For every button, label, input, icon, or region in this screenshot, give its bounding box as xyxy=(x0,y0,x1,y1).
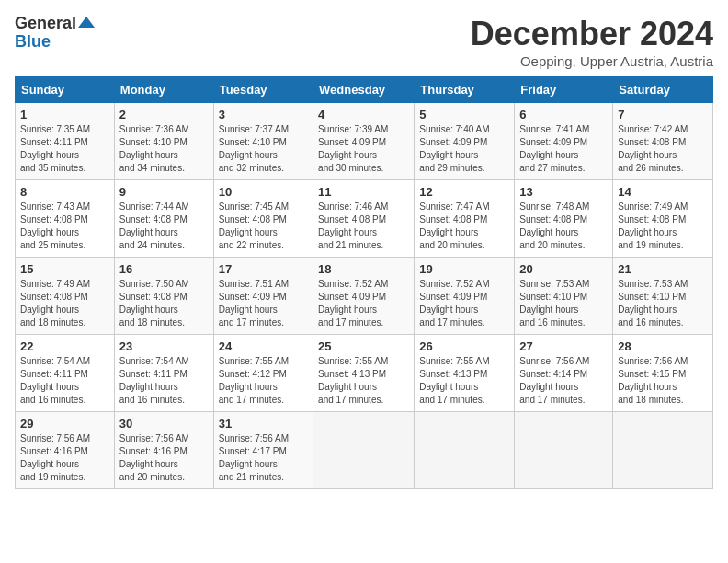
calendar-cell: 7Sunrise: 7:42 AMSunset: 4:08 PMDaylight… xyxy=(613,103,713,180)
day-info: Sunrise: 7:56 AMSunset: 4:14 PMDaylight … xyxy=(519,355,608,407)
weekday-header-wednesday: Wednesday xyxy=(313,77,415,103)
calendar-cell: 5Sunrise: 7:40 AMSunset: 4:09 PMDaylight… xyxy=(415,103,515,180)
day-number: 31 xyxy=(219,417,308,431)
calendar-cell: 28Sunrise: 7:56 AMSunset: 4:15 PMDayligh… xyxy=(613,335,713,412)
day-number: 16 xyxy=(119,262,209,276)
calendar-cell: 16Sunrise: 7:50 AMSunset: 4:08 PMDayligh… xyxy=(114,258,213,335)
day-number: 27 xyxy=(519,339,608,353)
calendar-cell: 18Sunrise: 7:52 AMSunset: 4:09 PMDayligh… xyxy=(313,258,415,335)
calendar-cell xyxy=(515,412,613,489)
day-info: Sunrise: 7:55 AMSunset: 4:13 PMDaylight … xyxy=(318,355,409,407)
day-info: Sunrise: 7:48 AMSunset: 4:08 PMDaylight … xyxy=(519,201,608,252)
svg-marker-0 xyxy=(78,17,95,28)
calendar-cell: 31Sunrise: 7:56 AMSunset: 4:17 PMDayligh… xyxy=(213,412,313,489)
day-info: Sunrise: 7:47 AMSunset: 4:08 PMDaylight … xyxy=(419,201,509,252)
calendar-table: SundayMondayTuesdayWednesdayThursdayFrid… xyxy=(15,76,713,489)
day-number: 12 xyxy=(419,185,509,199)
day-info: Sunrise: 7:55 AMSunset: 4:12 PMDaylight … xyxy=(219,355,308,407)
calendar-cell: 14Sunrise: 7:49 AMSunset: 4:08 PMDayligh… xyxy=(613,180,713,258)
day-info: Sunrise: 7:56 AMSunset: 4:15 PMDaylight … xyxy=(618,355,708,407)
day-number: 2 xyxy=(119,108,209,121)
calendar-cell: 22Sunrise: 7:54 AMSunset: 4:11 PMDayligh… xyxy=(16,335,115,412)
day-info: Sunrise: 7:49 AMSunset: 4:08 PMDaylight … xyxy=(20,278,109,329)
weekday-header-saturday: Saturday xyxy=(613,77,713,103)
calendar-cell: 19Sunrise: 7:52 AMSunset: 4:09 PMDayligh… xyxy=(415,258,515,335)
day-number: 25 xyxy=(318,339,409,353)
day-number: 14 xyxy=(618,185,708,199)
calendar-cell: 23Sunrise: 7:54 AMSunset: 4:11 PMDayligh… xyxy=(114,335,213,412)
calendar-cell: 9Sunrise: 7:44 AMSunset: 4:08 PMDaylight… xyxy=(114,180,213,258)
day-number: 4 xyxy=(318,108,409,121)
month-title: December 2024 xyxy=(471,15,713,53)
day-number: 17 xyxy=(219,262,308,276)
calendar-cell: 3Sunrise: 7:37 AMSunset: 4:10 PMDaylight… xyxy=(213,103,313,180)
calendar-cell: 26Sunrise: 7:55 AMSunset: 4:13 PMDayligh… xyxy=(415,335,515,412)
calendar-cell: 27Sunrise: 7:56 AMSunset: 4:14 PMDayligh… xyxy=(515,335,613,412)
day-info: Sunrise: 7:56 AMSunset: 4:17 PMDaylight … xyxy=(219,432,308,484)
day-info: Sunrise: 7:39 AMSunset: 4:09 PMDaylight … xyxy=(318,123,409,175)
day-number: 9 xyxy=(119,185,209,199)
calendar-cell xyxy=(313,412,415,489)
day-number: 11 xyxy=(318,185,409,199)
day-info: Sunrise: 7:49 AMSunset: 4:08 PMDaylight … xyxy=(618,201,708,252)
day-info: Sunrise: 7:50 AMSunset: 4:08 PMDaylight … xyxy=(119,278,209,329)
day-info: Sunrise: 7:52 AMSunset: 4:09 PMDaylight … xyxy=(318,278,409,329)
calendar-cell: 29Sunrise: 7:56 AMSunset: 4:16 PMDayligh… xyxy=(16,412,115,489)
day-number: 24 xyxy=(219,339,308,353)
day-info: Sunrise: 7:51 AMSunset: 4:09 PMDaylight … xyxy=(219,278,308,329)
calendar-cell: 6Sunrise: 7:41 AMSunset: 4:09 PMDaylight… xyxy=(515,103,613,180)
day-info: Sunrise: 7:45 AMSunset: 4:08 PMDaylight … xyxy=(219,201,308,252)
day-number: 8 xyxy=(20,185,109,199)
day-number: 29 xyxy=(20,417,109,431)
calendar-cell: 8Sunrise: 7:43 AMSunset: 4:08 PMDaylight… xyxy=(16,180,115,258)
calendar-cell: 12Sunrise: 7:47 AMSunset: 4:08 PMDayligh… xyxy=(415,180,515,258)
day-info: Sunrise: 7:46 AMSunset: 4:08 PMDaylight … xyxy=(318,201,409,252)
title-area: December 2024 Oepping, Upper Austria, Au… xyxy=(471,15,713,69)
day-number: 7 xyxy=(618,108,708,121)
day-number: 18 xyxy=(318,262,409,276)
day-info: Sunrise: 7:52 AMSunset: 4:09 PMDaylight … xyxy=(419,278,509,329)
weekday-header-thursday: Thursday xyxy=(415,77,515,103)
calendar-cell: 20Sunrise: 7:53 AMSunset: 4:10 PMDayligh… xyxy=(515,258,613,335)
day-info: Sunrise: 7:44 AMSunset: 4:08 PMDaylight … xyxy=(119,201,209,252)
logo-text: General xyxy=(15,15,76,33)
calendar-cell: 21Sunrise: 7:53 AMSunset: 4:10 PMDayligh… xyxy=(613,258,713,335)
logo-blue: Blue xyxy=(15,33,51,52)
day-info: Sunrise: 7:56 AMSunset: 4:16 PMDaylight … xyxy=(119,432,209,484)
day-number: 6 xyxy=(519,108,608,121)
day-number: 20 xyxy=(519,262,608,276)
calendar-cell: 10Sunrise: 7:45 AMSunset: 4:08 PMDayligh… xyxy=(213,180,313,258)
day-info: Sunrise: 7:54 AMSunset: 4:11 PMDaylight … xyxy=(119,355,209,407)
calendar-cell: 11Sunrise: 7:46 AMSunset: 4:08 PMDayligh… xyxy=(313,180,415,258)
calendar-cell: 13Sunrise: 7:48 AMSunset: 4:08 PMDayligh… xyxy=(515,180,613,258)
day-number: 13 xyxy=(519,185,608,199)
day-info: Sunrise: 7:53 AMSunset: 4:10 PMDaylight … xyxy=(519,278,608,329)
calendar-cell xyxy=(613,412,713,489)
day-number: 23 xyxy=(119,339,209,353)
day-info: Sunrise: 7:36 AMSunset: 4:10 PMDaylight … xyxy=(119,123,209,175)
day-info: Sunrise: 7:37 AMSunset: 4:10 PMDaylight … xyxy=(219,123,308,175)
day-number: 26 xyxy=(419,339,509,353)
location-subtitle: Oepping, Upper Austria, Austria xyxy=(471,53,713,69)
day-number: 30 xyxy=(119,417,209,431)
day-number: 28 xyxy=(618,339,708,353)
calendar-cell xyxy=(415,412,515,489)
weekday-header-tuesday: Tuesday xyxy=(213,77,313,103)
calendar-cell: 1Sunrise: 7:35 AMSunset: 4:11 PMDaylight… xyxy=(16,103,115,180)
day-info: Sunrise: 7:41 AMSunset: 4:09 PMDaylight … xyxy=(519,123,608,175)
calendar-cell: 25Sunrise: 7:55 AMSunset: 4:13 PMDayligh… xyxy=(313,335,415,412)
day-info: Sunrise: 7:35 AMSunset: 4:11 PMDaylight … xyxy=(20,123,109,175)
day-number: 10 xyxy=(219,185,308,199)
day-number: 19 xyxy=(419,262,509,276)
day-info: Sunrise: 7:42 AMSunset: 4:08 PMDaylight … xyxy=(618,123,708,175)
day-number: 21 xyxy=(618,262,708,276)
day-number: 1 xyxy=(20,108,109,121)
day-info: Sunrise: 7:54 AMSunset: 4:11 PMDaylight … xyxy=(20,355,109,407)
calendar-cell: 2Sunrise: 7:36 AMSunset: 4:10 PMDaylight… xyxy=(114,103,213,180)
page-header: General Blue December 2024 Oepping, Uppe… xyxy=(15,15,713,69)
calendar-cell: 17Sunrise: 7:51 AMSunset: 4:09 PMDayligh… xyxy=(213,258,313,335)
weekday-header-monday: Monday xyxy=(114,77,213,103)
day-number: 5 xyxy=(419,108,509,121)
calendar-cell: 30Sunrise: 7:56 AMSunset: 4:16 PMDayligh… xyxy=(114,412,213,489)
logo-icon xyxy=(78,15,95,31)
